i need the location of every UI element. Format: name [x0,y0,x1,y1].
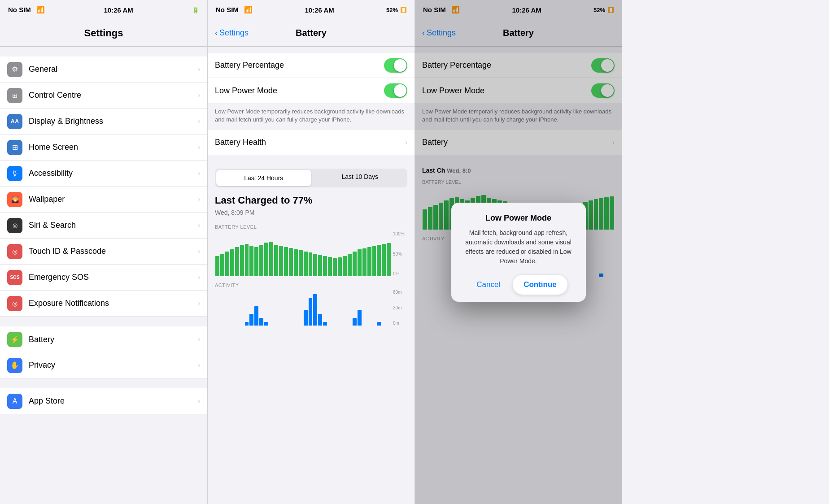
panel-settings: No SIM 📶 10:26 AM 🔋 Settings ⚙ General ›… [0,0,207,504]
control-icon: ⊞ [7,88,22,103]
settings-item-sos[interactable]: SOS Emergency SOS › [0,265,207,291]
dialog-continue-button[interactable]: Continue [513,275,567,295]
dialog-cancel-button[interactable]: Cancel [469,277,507,293]
exposure-label: Exposure Notifications [29,299,198,308]
activity-bar [313,294,317,326]
settings-item-touchid[interactable]: ◎ Touch ID & Passcode › [0,239,207,265]
battery-bar [353,252,357,276]
general-label: General [29,65,198,74]
display-icon: AA [7,114,22,129]
appstore-chevron: › [198,397,200,405]
battery-health-row[interactable]: Battery Health › [208,130,414,155]
settings-item-homescreen[interactable]: ⊞ Home Screen › [0,135,207,161]
battery-percentage-row[interactable]: Battery Percentage [208,53,414,78]
privacy-icon: ✋ [7,358,22,373]
homescreen-label: Home Screen [29,143,198,152]
last-charged-title: Last Charged to 77% [208,187,414,208]
settings-item-accessibility[interactable]: ☿ Accessibility › [0,161,207,187]
back-button[interactable]: ‹ Settings [215,28,249,38]
settings-item-display[interactable]: AA Display & Brightness › [0,109,207,135]
activity-bar [353,318,357,326]
back-chevron-icon: ‹ [215,28,218,38]
battery-bar [372,246,376,276]
activity-bar [249,314,253,326]
settings-item-battery[interactable]: ⚡ Battery › [0,326,207,352]
battery-bar [274,245,278,276]
battery-bar [284,247,288,276]
battery-icon: ⚡ [7,332,22,347]
battery-bar [220,254,224,276]
dialog-body: Mail fetch, background app refresh, auto… [460,228,577,266]
battery-bar [269,242,273,276]
tab-24hours[interactable]: Last 24 Hours [216,170,311,186]
activity-chart [215,290,391,326]
battery-bar [215,256,219,276]
settings-title: Settings [84,27,123,39]
activity-bar [304,310,308,326]
battery-bar [358,249,362,276]
battery-health-chevron: › [405,139,407,147]
activity-bar [318,314,322,326]
battery-bar [348,254,352,276]
settings-item-siri[interactable]: ◎ Siri & Search › [0,213,207,239]
panel-battery-dialog: No SIM 📶 10:26 AM 52% ▮ ‹ Settings Batte… [414,0,622,504]
battery-health-label: Battery Health [215,138,266,147]
settings-item-appstore[interactable]: A App Store › [0,388,207,414]
settings-header: Settings [0,20,207,47]
battery-bar [323,256,327,276]
settings-item-wallpaper[interactable]: 🌄 Wallpaper › [0,187,207,213]
time-tabs[interactable]: Last 24 Hours Last 10 Days [215,169,407,187]
dialog-title: Low Power Mode [460,213,577,223]
section-gap-3 [0,378,207,388]
activity-bar [254,306,258,326]
tab-10days[interactable]: Last 10 Days [313,169,408,185]
battery-percentage-toggle[interactable] [384,58,407,73]
battery-bar [377,245,381,276]
appstore-label: App Store [29,396,198,406]
homescreen-icon: ⊞ [7,140,22,155]
sos-chevron: › [198,274,200,282]
settings-item-control[interactable]: ⊞ Control Centre › [0,83,207,109]
battery-bar [259,245,263,276]
section-gap-2 [0,317,207,326]
carrier-label-1: No SIM 📶 [8,6,45,14]
battery-bar [367,247,371,276]
battery-bar [338,257,342,276]
low-power-toggle[interactable] [384,83,407,98]
activity-bar [309,298,313,326]
battery-bar [240,245,244,276]
battery-bar [254,247,258,276]
low-power-description: Low Power Mode temporarily reduces backg… [208,103,414,130]
sos-label: Emergency SOS [29,273,198,282]
status-bar-1: No SIM 📶 10:26 AM 🔋 [0,0,207,20]
battery-bar [294,249,298,276]
battery-bar [279,246,283,276]
wifi-icon-1: 📶 [36,6,45,13]
low-power-mode-row[interactable]: Low Power Mode [208,78,414,103]
wifi-icon-2: 📶 [244,6,253,13]
battery-bar [225,252,229,276]
battery-bar [299,250,303,276]
siri-chevron: › [198,222,200,230]
last-charged-sub: Wed, 8:09 PM [208,208,414,221]
settings-item-general[interactable]: ⚙ General › [0,56,207,83]
settings-item-privacy[interactable]: ✋ Privacy › [0,352,207,378]
touchid-label: Touch ID & Passcode [29,247,198,256]
battery-icon-2: ▮ [401,7,406,13]
toggle-thumb-1 [394,59,406,72]
battery-bar [333,258,337,276]
time-1: 10:26 AM [104,6,133,14]
battery-bar [328,257,332,276]
activity-label: ACTIVITY [215,282,407,288]
battery-level-label: BATTERY LEVEL [215,224,407,230]
dialog-overlay[interactable]: Low Power Mode Mail fetch, background ap… [415,0,622,504]
time-2: 10:26 AM [305,6,334,14]
accessibility-chevron: › [198,169,200,178]
panel-battery: No SIM 📶 10:26 AM 52% ▮ ‹ Settings Batte… [207,0,414,504]
battery-bar [362,248,367,276]
settings-item-exposure[interactable]: ◎ Exposure Notifications › [0,291,207,317]
siri-label: Siri & Search [29,221,198,230]
activity-chart-area: ACTIVITY 60m 30m 0m [208,282,414,326]
privacy-label: Privacy [29,361,198,370]
homescreen-chevron: › [198,143,200,152]
